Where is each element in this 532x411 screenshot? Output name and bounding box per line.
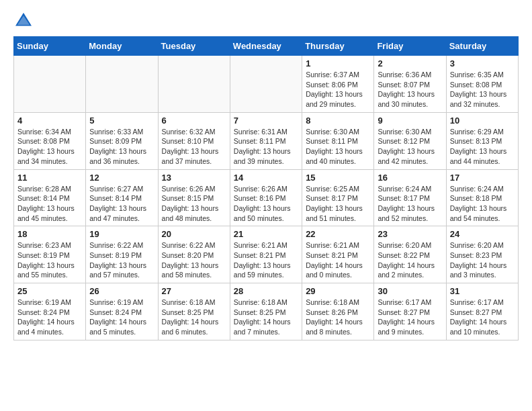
logo-icon — [13, 11, 34, 31]
day-info: Sunrise: 6:32 AM Sunset: 8:10 PM Dayligh… — [162, 127, 226, 167]
calendar-cell: 26Sunrise: 6:19 AM Sunset: 8:24 PM Dayli… — [86, 283, 158, 340]
calendar-cell: 19Sunrise: 6:22 AM Sunset: 8:19 PM Dayli… — [86, 226, 158, 283]
day-info: Sunrise: 6:25 AM Sunset: 8:17 PM Dayligh… — [306, 184, 370, 224]
day-info: Sunrise: 6:19 AM Sunset: 8:24 PM Dayligh… — [89, 298, 154, 337]
day-info: Sunrise: 6:17 AM Sunset: 8:27 PM Dayligh… — [378, 298, 442, 337]
day-number: 2 — [378, 58, 442, 68]
day-number: 22 — [306, 229, 370, 239]
calendar-cell: 24Sunrise: 6:20 AM Sunset: 8:23 PM Dayli… — [446, 226, 518, 283]
day-number: 11 — [17, 173, 82, 183]
day-info: Sunrise: 6:21 AM Sunset: 8:21 PM Dayligh… — [234, 240, 298, 280]
weekday-header-thursday: Thursday — [302, 37, 374, 56]
calendar-cell — [86, 56, 158, 113]
day-info: Sunrise: 6:27 AM Sunset: 8:14 PM Dayligh… — [89, 184, 154, 224]
calendar-cell: 16Sunrise: 6:24 AM Sunset: 8:17 PM Dayli… — [374, 169, 446, 226]
calendar-week-3: 11Sunrise: 6:28 AM Sunset: 8:14 PM Dayli… — [14, 169, 519, 226]
day-number: 6 — [162, 116, 226, 126]
weekday-header-monday: Monday — [86, 37, 158, 56]
day-number: 21 — [234, 229, 298, 239]
day-info: Sunrise: 6:28 AM Sunset: 8:14 PM Dayligh… — [17, 184, 82, 224]
day-info: Sunrise: 6:24 AM Sunset: 8:17 PM Dayligh… — [378, 184, 442, 224]
day-number: 14 — [234, 173, 298, 183]
weekday-header-saturday: Saturday — [446, 37, 518, 56]
calendar-cell: 17Sunrise: 6:24 AM Sunset: 8:18 PM Dayli… — [446, 169, 518, 226]
day-info: Sunrise: 6:20 AM Sunset: 8:22 PM Dayligh… — [378, 240, 442, 280]
day-number: 26 — [89, 286, 154, 296]
day-number: 28 — [234, 286, 298, 296]
calendar-cell: 21Sunrise: 6:21 AM Sunset: 8:21 PM Dayli… — [230, 226, 302, 283]
weekday-header-sunday: Sunday — [14, 37, 86, 56]
day-info: Sunrise: 6:35 AM Sunset: 8:08 PM Dayligh… — [450, 70, 515, 109]
calendar-cell: 1Sunrise: 6:37 AM Sunset: 8:06 PM Daylig… — [302, 56, 374, 113]
day-number: 20 — [162, 229, 226, 239]
weekday-header-tuesday: Tuesday — [158, 37, 230, 56]
day-info: Sunrise: 6:36 AM Sunset: 8:07 PM Dayligh… — [378, 70, 442, 109]
calendar-cell: 23Sunrise: 6:20 AM Sunset: 8:22 PM Dayli… — [374, 226, 446, 283]
day-number: 3 — [450, 58, 515, 68]
calendar-cell: 10Sunrise: 6:29 AM Sunset: 8:13 PM Dayli… — [446, 112, 518, 169]
day-info: Sunrise: 6:30 AM Sunset: 8:12 PM Dayligh… — [378, 127, 442, 167]
day-number: 13 — [162, 173, 226, 183]
calendar-cell: 7Sunrise: 6:31 AM Sunset: 8:11 PM Daylig… — [230, 112, 302, 169]
day-info: Sunrise: 6:37 AM Sunset: 8:06 PM Dayligh… — [306, 70, 370, 109]
day-number: 4 — [17, 116, 82, 126]
day-info: Sunrise: 6:19 AM Sunset: 8:24 PM Dayligh… — [17, 298, 82, 337]
day-number: 16 — [378, 173, 442, 183]
day-info: Sunrise: 6:24 AM Sunset: 8:18 PM Dayligh… — [450, 184, 515, 224]
day-info: Sunrise: 6:33 AM Sunset: 8:09 PM Dayligh… — [89, 127, 154, 167]
calendar-cell: 20Sunrise: 6:22 AM Sunset: 8:20 PM Dayli… — [158, 226, 230, 283]
calendar-cell: 11Sunrise: 6:28 AM Sunset: 8:14 PM Dayli… — [14, 169, 86, 226]
logo — [13, 11, 35, 31]
calendar-cell: 29Sunrise: 6:18 AM Sunset: 8:26 PM Dayli… — [302, 283, 374, 340]
calendar-cell: 28Sunrise: 6:18 AM Sunset: 8:25 PM Dayli… — [230, 283, 302, 340]
day-number: 23 — [378, 229, 442, 239]
weekday-header-row: SundayMondayTuesdayWednesdayThursdayFrid… — [14, 37, 519, 56]
calendar-table: SundayMondayTuesdayWednesdayThursdayFrid… — [13, 36, 519, 340]
calendar-cell — [14, 56, 86, 113]
day-number: 24 — [450, 229, 515, 239]
day-number: 5 — [89, 116, 154, 126]
day-number: 25 — [17, 286, 82, 296]
calendar-cell — [230, 56, 302, 113]
calendar-cell: 4Sunrise: 6:34 AM Sunset: 8:08 PM Daylig… — [14, 112, 86, 169]
day-info: Sunrise: 6:29 AM Sunset: 8:13 PM Dayligh… — [450, 127, 515, 167]
calendar-week-5: 25Sunrise: 6:19 AM Sunset: 8:24 PM Dayli… — [14, 283, 519, 340]
calendar-cell: 15Sunrise: 6:25 AM Sunset: 8:17 PM Dayli… — [302, 169, 374, 226]
day-number: 27 — [162, 286, 226, 296]
calendar-cell: 25Sunrise: 6:19 AM Sunset: 8:24 PM Dayli… — [14, 283, 86, 340]
day-number: 12 — [89, 173, 154, 183]
weekday-header-wednesday: Wednesday — [230, 37, 302, 56]
calendar-cell: 12Sunrise: 6:27 AM Sunset: 8:14 PM Dayli… — [86, 169, 158, 226]
day-info: Sunrise: 6:18 AM Sunset: 8:25 PM Dayligh… — [234, 298, 298, 337]
day-info: Sunrise: 6:26 AM Sunset: 8:16 PM Dayligh… — [234, 184, 298, 224]
day-info: Sunrise: 6:26 AM Sunset: 8:15 PM Dayligh… — [162, 184, 226, 224]
calendar-cell: 27Sunrise: 6:18 AM Sunset: 8:25 PM Dayli… — [158, 283, 230, 340]
calendar-cell: 3Sunrise: 6:35 AM Sunset: 8:08 PM Daylig… — [446, 56, 518, 113]
calendar-cell — [158, 56, 230, 113]
day-info: Sunrise: 6:18 AM Sunset: 8:26 PM Dayligh… — [306, 298, 370, 337]
calendar-cell: 13Sunrise: 6:26 AM Sunset: 8:15 PM Dayli… — [158, 169, 230, 226]
calendar-body: 1Sunrise: 6:37 AM Sunset: 8:06 PM Daylig… — [14, 56, 519, 340]
day-number: 31 — [450, 286, 515, 296]
day-info: Sunrise: 6:21 AM Sunset: 8:21 PM Dayligh… — [306, 240, 370, 280]
calendar-cell: 6Sunrise: 6:32 AM Sunset: 8:10 PM Daylig… — [158, 112, 230, 169]
day-info: Sunrise: 6:22 AM Sunset: 8:19 PM Dayligh… — [89, 240, 154, 280]
day-info: Sunrise: 6:31 AM Sunset: 8:11 PM Dayligh… — [234, 127, 298, 167]
calendar-week-2: 4Sunrise: 6:34 AM Sunset: 8:08 PM Daylig… — [14, 112, 519, 169]
calendar-cell: 2Sunrise: 6:36 AM Sunset: 8:07 PM Daylig… — [374, 56, 446, 113]
day-number: 30 — [378, 286, 442, 296]
calendar-header: SundayMondayTuesdayWednesdayThursdayFrid… — [14, 37, 519, 56]
calendar-cell: 22Sunrise: 6:21 AM Sunset: 8:21 PM Dayli… — [302, 226, 374, 283]
day-info: Sunrise: 6:17 AM Sunset: 8:27 PM Dayligh… — [450, 298, 515, 337]
day-number: 18 — [17, 229, 82, 239]
day-number: 17 — [450, 173, 515, 183]
day-info: Sunrise: 6:18 AM Sunset: 8:25 PM Dayligh… — [162, 298, 226, 337]
calendar-cell: 18Sunrise: 6:23 AM Sunset: 8:19 PM Dayli… — [14, 226, 86, 283]
day-number: 7 — [234, 116, 298, 126]
day-number: 10 — [450, 116, 515, 126]
calendar-cell: 8Sunrise: 6:30 AM Sunset: 8:11 PM Daylig… — [302, 112, 374, 169]
day-info: Sunrise: 6:22 AM Sunset: 8:20 PM Dayligh… — [162, 240, 226, 280]
day-info: Sunrise: 6:34 AM Sunset: 8:08 PM Dayligh… — [17, 127, 82, 167]
day-info: Sunrise: 6:20 AM Sunset: 8:23 PM Dayligh… — [450, 240, 515, 280]
header — [13, 11, 519, 31]
